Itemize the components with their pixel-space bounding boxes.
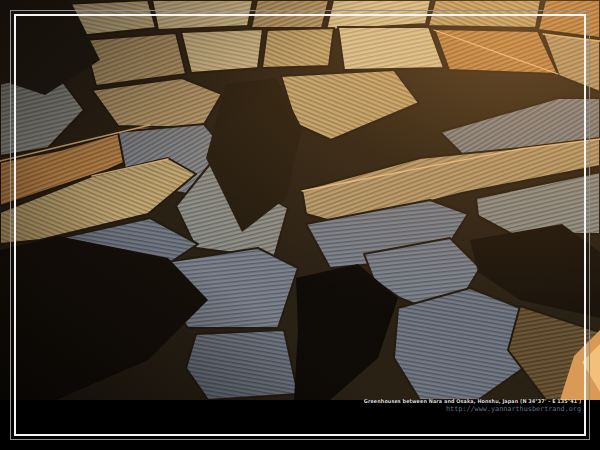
caption-url: http://www.yannarthusbertrand.org (350, 405, 581, 413)
aerial-photo-art (0, 0, 600, 400)
wallpaper-canvas: Greenhouses between Nara and Osaka, Hons… (0, 0, 600, 450)
photo-caption: Greenhouses between Nara and Osaka, Hons… (350, 398, 581, 413)
lighting-overlays (0, 0, 600, 400)
aerial-photo (0, 0, 600, 400)
caption-title: Greenhouses between Nara and Osaka, Hons… (364, 398, 581, 405)
